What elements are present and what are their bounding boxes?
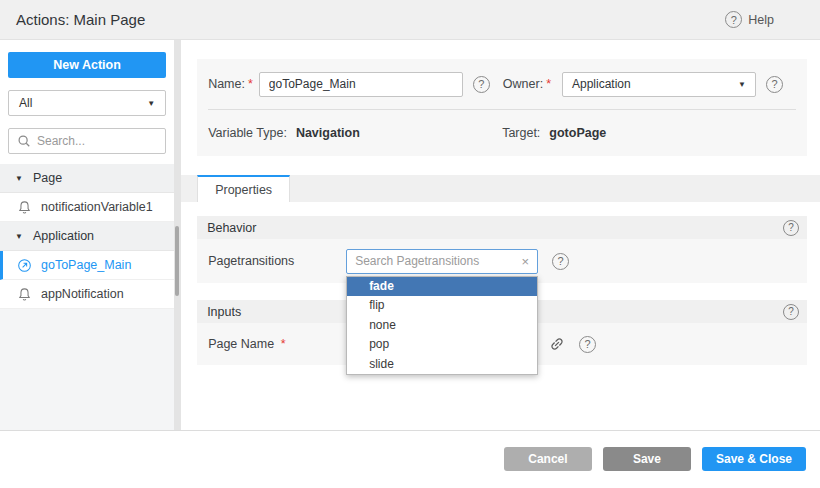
inputs-title: Inputs (207, 305, 241, 319)
sidebar-filler (0, 309, 174, 430)
dropdown-option-flip[interactable]: flip (347, 296, 537, 316)
collapse-caret-icon: ▼ (15, 232, 23, 241)
name-help-icon[interactable]: ? (473, 76, 490, 93)
notification-icon (17, 200, 32, 215)
pagetransitions-search-input[interactable] (355, 254, 521, 268)
tree-item-label: appNotification (41, 287, 124, 301)
owner-select[interactable]: Application ▼ (562, 72, 756, 97)
target-label: Target: (502, 126, 540, 140)
sidebar-divider (174, 40, 181, 430)
cancel-button[interactable]: Cancel (504, 447, 592, 471)
tree-group-label: Application (33, 229, 94, 243)
chevron-down-icon: ▼ (738, 80, 746, 89)
action-summary-box: Name: * ? Owner: * Application ▼ ? Varia… (197, 59, 807, 156)
action-detail-panel: Name: * ? Owner: * Application ▼ ? Varia… (181, 40, 820, 430)
save-button[interactable]: Save (603, 447, 691, 471)
help-label: Help (748, 13, 774, 27)
behavior-title: Behavior (207, 221, 256, 235)
name-label: Name: (208, 77, 245, 91)
owner-select-value: Application (572, 77, 631, 91)
inputs-help-icon[interactable]: ? (783, 304, 799, 320)
tab-strip: Properties (181, 175, 820, 202)
required-asterisk: * (281, 337, 286, 351)
type-target-row: Variable Type: Navigation Target: gotoPa… (208, 110, 796, 156)
app-header: Actions: Main Page ? Help (0, 0, 820, 40)
page-name-label: Page Name * (208, 337, 346, 351)
tree-group-application[interactable]: ▼ Application (0, 222, 174, 251)
actions-tree: ▼ Page notificationVariable1 ▼ Applicati… (0, 164, 174, 309)
tab-properties[interactable]: Properties (197, 175, 290, 202)
tree-group-label: Page (33, 171, 62, 185)
new-action-button[interactable]: New Action (8, 52, 166, 78)
name-input[interactable] (259, 72, 463, 97)
notification-icon (17, 287, 32, 302)
content-area: New Action All ▼ ▼ Page notificationVari… (0, 40, 820, 430)
tree-group-page[interactable]: ▼ Page (0, 164, 174, 193)
action-filter-select[interactable]: All ▼ (8, 90, 166, 116)
pagetransitions-help-icon[interactable]: ? (552, 253, 569, 270)
footer-bar: Cancel Save Save & Close (0, 430, 820, 487)
owner-help-icon[interactable]: ? (766, 76, 783, 93)
save-and-close-button[interactable]: Save & Close (702, 447, 806, 471)
variable-type-label: Variable Type: (208, 126, 287, 140)
tree-item-label: goToPage_Main (41, 258, 131, 272)
variable-type-pair: Variable Type: Navigation (208, 126, 502, 140)
help-button[interactable]: ? Help (725, 11, 774, 28)
dropdown-option-fade[interactable]: fade (347, 277, 537, 297)
variable-type-value: Navigation (296, 126, 360, 140)
tree-item-label: notificationVariable1 (41, 200, 153, 214)
required-asterisk: * (248, 77, 253, 91)
page-title: Actions: Main Page (16, 11, 145, 28)
navigation-icon (17, 258, 32, 273)
sidebar-search[interactable] (8, 128, 166, 154)
tree-item-appNotification[interactable]: appNotification (0, 280, 174, 309)
dropdown-option-none[interactable]: none (347, 316, 537, 336)
name-owner-row: Name: * ? Owner: * Application ▼ ? (208, 59, 796, 109)
target-pair: Target: gotoPage (502, 126, 606, 140)
page-name-help-icon[interactable]: ? (579, 336, 596, 353)
actions-sidebar: New Action All ▼ ▼ Page notificationVari… (0, 40, 174, 430)
search-icon (17, 134, 31, 148)
behavior-section-header: Behavior ? (197, 216, 807, 239)
dropdown-option-slide[interactable]: slide (347, 355, 537, 375)
clear-icon[interactable]: × (522, 255, 530, 268)
target-value: gotoPage (549, 126, 606, 140)
pagetransitions-combobox: × fade flip none pop slide (346, 249, 538, 274)
search-input[interactable] (37, 134, 157, 148)
tree-item-notificationVariable1[interactable]: notificationVariable1 (0, 193, 174, 222)
link-binding-icon[interactable] (549, 336, 565, 352)
filter-select-value: All (19, 96, 32, 110)
collapse-caret-icon: ▼ (15, 174, 23, 183)
pagetransitions-search[interactable]: × (346, 249, 538, 274)
required-asterisk: * (546, 77, 551, 91)
owner-label: Owner: (503, 77, 543, 91)
chevron-down-icon: ▼ (147, 99, 155, 108)
behavior-help-icon[interactable]: ? (783, 220, 799, 236)
pagetransitions-label: Pagetransitions (208, 254, 346, 268)
behavior-section-body: Pagetransitions × fade flip none pop sli… (197, 239, 807, 283)
help-icon: ? (725, 11, 742, 28)
pagetransitions-dropdown: fade flip none pop slide (346, 276, 538, 376)
tree-item-goToPage-Main[interactable]: goToPage_Main (0, 251, 174, 280)
dropdown-option-pop[interactable]: pop (347, 335, 537, 355)
sidebar-scrollbar-thumb[interactable] (175, 226, 179, 296)
